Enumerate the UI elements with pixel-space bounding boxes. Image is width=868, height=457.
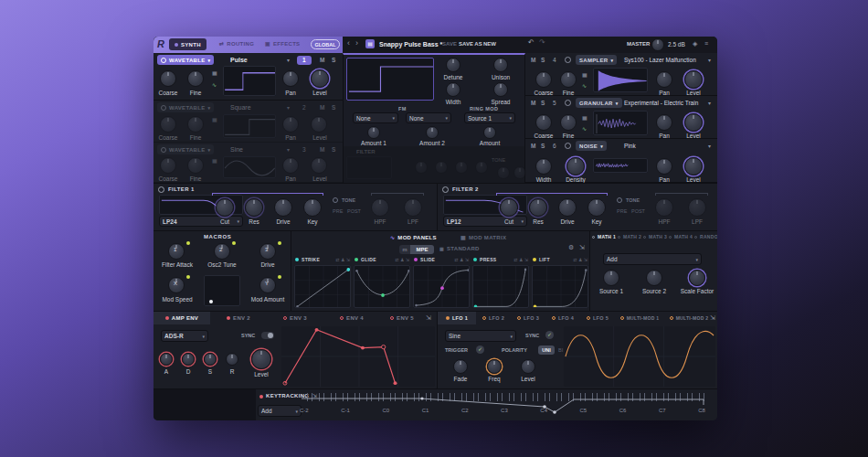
tab-math3[interactable]: MATH 3	[643, 234, 667, 239]
power-icon[interactable]	[565, 57, 571, 63]
granular-type-chip[interactable]: GRANULAR ▾	[576, 98, 622, 108]
spread-knob[interactable]	[493, 82, 508, 97]
global-button[interactable]: GLOBAL	[311, 39, 340, 49]
noise-preset-name[interactable]: Pink	[624, 143, 636, 149]
osc1-type-chip[interactable]: WAVETABLE ▾	[157, 55, 214, 65]
power-icon[interactable]	[565, 100, 571, 106]
granular-solo-button[interactable]: S	[541, 100, 545, 106]
osc3-pan-knob[interactable]	[282, 157, 299, 174]
tab-multimod1[interactable]: MULTI-MOD 1	[615, 312, 664, 324]
unison-knob[interactable]	[493, 58, 508, 72]
math-source1-knob[interactable]	[603, 270, 619, 286]
panel-mini-icons[interactable]: ⇄ ♟ ⇲	[454, 257, 469, 262]
mode-standard-button[interactable]: ▦ STANDARD	[439, 246, 480, 251]
noise-wave-display[interactable]	[593, 158, 648, 173]
tab-env3[interactable]: ENV 3	[267, 312, 323, 324]
osc2-level-knob[interactable]	[311, 116, 327, 133]
press-curve-display[interactable]	[472, 265, 529, 308]
noise-level-knob[interactable]	[684, 157, 703, 175]
osc2-name[interactable]: Square	[230, 104, 251, 111]
width-knob[interactable]	[446, 82, 460, 97]
osc1-voice-badge[interactable]: 1	[297, 56, 312, 65]
osc1-mute-button[interactable]: M	[320, 57, 324, 63]
filter1-mode-dropdown[interactable]: LP24▾	[159, 216, 243, 227]
lift-curve-display[interactable]	[532, 265, 588, 308]
noise-width-knob[interactable]	[535, 158, 552, 175]
env-decay-knob[interactable]	[182, 353, 195, 366]
keyboard-icon[interactable]: ▦	[582, 114, 587, 121]
save-button[interactable]: SAVE	[442, 41, 457, 47]
mode-mpe-button[interactable]: MPE	[410, 245, 434, 254]
math-op-dropdown[interactable]: Add▾	[603, 253, 702, 265]
lfo-fade-knob[interactable]	[453, 359, 468, 374]
noise-type-chip[interactable]: NOISE ▾	[576, 141, 607, 151]
tab-effects[interactable]: ▣ EFFECTS	[265, 40, 300, 47]
chevron-down-icon[interactable]: ▾	[287, 146, 290, 153]
tab-random[interactable]: RANDOM	[694, 234, 717, 239]
save-as-button[interactable]: SAVE AS	[459, 41, 482, 47]
osc1-coarse-knob[interactable]	[160, 70, 176, 87]
osc1-name[interactable]: Pulse	[230, 57, 248, 63]
macro-xy-pad[interactable]	[204, 275, 240, 306]
tab-synth[interactable]: SYNTH	[169, 38, 206, 50]
panel-mini-icons[interactable]: ⇄ ♟ ⇲	[335, 257, 350, 262]
math-source2-knob[interactable]	[646, 270, 662, 286]
lfo-trigger-toggle[interactable]: ✓	[476, 345, 484, 354]
power-icon[interactable]	[161, 147, 166, 153]
osc1-level-knob[interactable]	[311, 69, 329, 88]
osc3-level-knob[interactable]	[311, 157, 327, 174]
osc3-fine-knob[interactable]	[187, 157, 204, 174]
sampler-type-chip[interactable]: SAMPLER ▾	[576, 55, 617, 65]
sampler-pan-knob[interactable]	[656, 71, 672, 88]
tab-multimod2[interactable]: MULTI-MOD 2	[664, 312, 714, 324]
chevron-down-icon[interactable]: ▾	[287, 104, 290, 111]
granular-coarse-knob[interactable]	[535, 114, 552, 131]
phase-icon[interactable]: ∿	[212, 81, 217, 88]
filter1-hpf-knob[interactable]	[371, 198, 389, 217]
osc3-voice-num[interactable]: 3	[302, 146, 306, 153]
expand-icon[interactable]: ⇲	[579, 244, 585, 251]
filter2-pre-button[interactable]: PRE	[617, 208, 627, 214]
preset-next-button[interactable]: ›	[355, 38, 358, 48]
power-icon[interactable]	[158, 186, 164, 193]
osc1-pan-knob[interactable]	[282, 70, 299, 87]
sampler-preset-name[interactable]: Sys100 - Lazer Malfunction	[624, 57, 696, 63]
redo-button[interactable]: ↷	[539, 38, 545, 47]
tab-routing[interactable]: ⇄ ROUTING	[219, 40, 254, 47]
osc2-pan-knob[interactable]	[282, 116, 299, 133]
tab-env4[interactable]: ENV 4	[323, 312, 380, 324]
sampler-solo-button[interactable]: S	[541, 57, 545, 63]
env-sync-toggle[interactable]	[261, 332, 274, 339]
tone-power-icon[interactable]	[617, 197, 622, 203]
granular-wave-display[interactable]	[593, 111, 648, 135]
phase-icon[interactable]: ∿	[582, 82, 587, 89]
midi-icon[interactable]: ◈	[693, 40, 697, 48]
filter1-pre-button[interactable]: PRE	[333, 208, 343, 214]
osc3-solo-button[interactable]: S	[332, 146, 335, 153]
filter1-cut-knob[interactable]	[216, 198, 234, 217]
noise-pan-knob[interactable]	[656, 158, 672, 175]
osc3-coarse-knob[interactable]	[160, 157, 176, 174]
tab-lfo1[interactable]: LFO 1	[438, 312, 476, 324]
osc3-type-chip[interactable]: WAVETABLE ▾	[157, 144, 214, 154]
lfo-uni-button[interactable]: UNI	[538, 345, 555, 355]
filter2-mode-dropdown[interactable]: LP12▾	[443, 216, 527, 227]
master-knob[interactable]	[651, 38, 664, 51]
osc2-fine-knob[interactable]	[187, 116, 204, 133]
tab-math1[interactable]: MATH 1	[592, 234, 616, 239]
sampler-coarse-knob[interactable]	[535, 71, 552, 88]
osc2-solo-button[interactable]: S	[332, 104, 335, 111]
filter1-lpf-knob[interactable]	[404, 198, 422, 217]
osc2-type-chip[interactable]: WAVETABLE ▾	[157, 102, 214, 112]
chevron-down-icon[interactable]: ▾	[708, 143, 711, 149]
filter1-drive-knob[interactable]	[274, 198, 292, 217]
tab-lfo2[interactable]: LFO 2	[476, 312, 511, 324]
noise-solo-button[interactable]: S	[541, 143, 545, 149]
osc-editor-wave-display[interactable]	[346, 58, 434, 101]
preset-name[interactable]: Snappy Pulse Bass *	[379, 41, 442, 48]
undo-button[interactable]: ↶	[528, 38, 535, 47]
env-mode-dropdown[interactable]: ADS-R▾	[161, 330, 208, 342]
preset-browse-icon[interactable]: ▤	[365, 39, 375, 48]
sampler-voice-num[interactable]: 4	[553, 57, 556, 63]
ringmod-amount-knob[interactable]	[483, 126, 496, 139]
